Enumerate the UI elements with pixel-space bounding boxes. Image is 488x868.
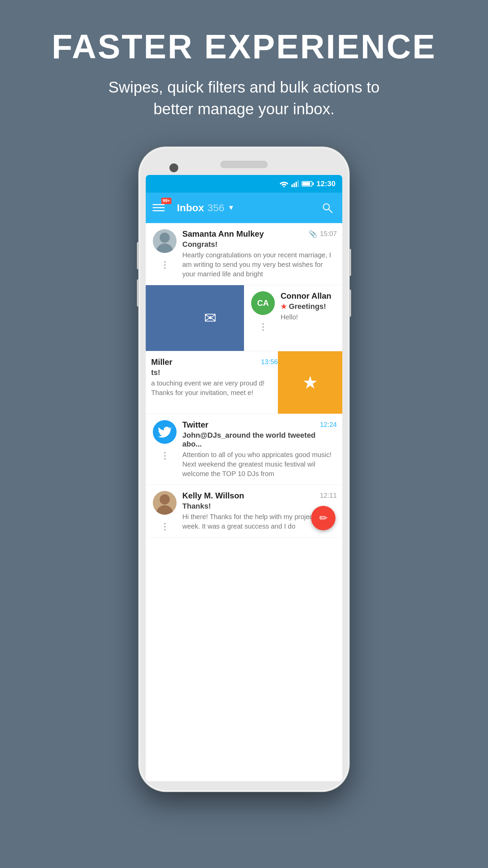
- email-subject-1: Congrats!: [182, 240, 337, 249]
- status-icons: 12:30: [279, 179, 336, 188]
- email-2-dots[interactable]: [262, 323, 264, 331]
- email-time-5: 12:11: [320, 492, 337, 499]
- inbox-count: 356: [207, 202, 224, 214]
- sender-name-3: Miller: [151, 357, 172, 367]
- volume-button[interactable]: [349, 290, 351, 317]
- email-time-4: 12:24: [320, 421, 337, 429]
- email-item-5[interactable]: Kelly M. Willson 12:11 Thanks! Hi there!…: [146, 485, 342, 537]
- battery-fill: [303, 182, 310, 185]
- swipe-right-bg: ★: [278, 351, 342, 414]
- speaker-grille: [220, 161, 268, 168]
- page-header: FASTER EXPERIENCE Swipes, quick filters …: [18, 0, 470, 134]
- email-content-3: Miller 13:56 ts! a touching event we are…: [146, 357, 278, 397]
- app-toolbar: 99+ Inbox 356 ▼: [146, 193, 342, 223]
- email-time-3: 13:56: [261, 358, 278, 366]
- phone-shell: 12:30 99+ Inbox 356 ▼: [139, 147, 349, 791]
- dropdown-arrow-icon: ▼: [228, 204, 235, 212]
- avatar-area-2: CA: [249, 291, 277, 331]
- email-item-3-container[interactable]: Miller 13:56 ts! a touching event we are…: [146, 351, 342, 414]
- email-preview-1: Heartly congratulations on your recent m…: [182, 250, 337, 279]
- email-1-dots[interactable]: [164, 261, 166, 269]
- status-time: 12:30: [317, 179, 336, 188]
- fab-pencil-icon: ✏: [319, 512, 328, 524]
- wifi-icon: [279, 180, 289, 187]
- avatar-samanta: [153, 229, 177, 253]
- email-preview-2: Hello!: [281, 312, 337, 322]
- email-subject-4: John@DJs_around the world tweeted abo...: [182, 431, 337, 449]
- svg-rect-4: [298, 180, 299, 187]
- star-swipe-icon: ★: [302, 372, 318, 393]
- svg-point-0: [283, 186, 285, 187]
- email-content-4: Twitter 12:24 John@DJs_around the world …: [178, 420, 337, 478]
- page-title: FASTER EXPERIENCE: [52, 27, 436, 66]
- avatar-ca: CA: [251, 291, 275, 315]
- battery-icon: [302, 181, 312, 186]
- fab-compose-button[interactable]: ✏: [311, 506, 336, 530]
- email-item-2-container[interactable]: ✉ CA Connor Allan: [146, 285, 342, 351]
- email-item-4[interactable]: Twitter 12:24 John@DJs_around the world …: [146, 414, 342, 485]
- search-button[interactable]: [319, 200, 336, 216]
- email-time-1: 15:07: [320, 230, 337, 238]
- inbox-label: Inbox: [177, 202, 204, 214]
- status-bar: 12:30: [146, 175, 342, 193]
- phone-wrapper: 12:30 99+ Inbox 356 ▼: [139, 147, 349, 791]
- toolbar-title-area[interactable]: Inbox 356 ▼: [177, 202, 312, 214]
- email-4-dots[interactable]: [164, 452, 166, 460]
- sender-name-2: Connor Allan: [281, 291, 331, 301]
- sender-name-4: Twitter: [182, 420, 208, 430]
- avatar-area-4: [151, 420, 178, 460]
- hamburger-line-3: [152, 210, 165, 211]
- phone-top-bar: [142, 157, 346, 175]
- svg-line-6: [329, 209, 332, 213]
- volume-up-button[interactable]: [137, 242, 139, 269]
- email-item-1[interactable]: Samanta Ann Mulkey 📎 15:07 Congrats! Hea…: [146, 223, 342, 285]
- badge-99: 99+: [161, 198, 171, 204]
- email-content-1: Samanta Ann Mulkey 📎 15:07 Congrats! Hea…: [178, 229, 337, 279]
- hamburger-line-2: [152, 207, 165, 208]
- email-card-3: Miller 13:56 ts! a touching event we are…: [146, 351, 278, 414]
- hamburger-line-1: [152, 204, 165, 205]
- phone-screen: 12:30 99+ Inbox 356 ▼: [146, 175, 342, 781]
- page-subtitle: Swipes, quick filters and bulk actions t…: [92, 76, 396, 120]
- avatar-twitter: [153, 420, 177, 444]
- starred-icon: ★: [281, 303, 287, 310]
- search-icon: [322, 202, 333, 213]
- svg-rect-2: [293, 183, 295, 187]
- svg-rect-3: [296, 182, 297, 187]
- avatar-area-1: [151, 229, 178, 269]
- menu-button[interactable]: 99+: [152, 199, 170, 217]
- volume-down-button[interactable]: [137, 279, 139, 307]
- email-preview-4: Attention to all of you who appricates g…: [182, 450, 337, 478]
- front-camera: [169, 163, 178, 172]
- email-preview-3: a touching event we are very proud d! Th…: [151, 378, 278, 397]
- envelope-swipe-icon: ✉: [204, 309, 217, 327]
- paperclip-icon-1: 📎: [309, 230, 317, 238]
- email-content-2: Connor Allan ★ Greetings! Hello!: [277, 291, 337, 322]
- signal-icon: [291, 180, 299, 187]
- email-subject-3: ts!: [151, 368, 278, 377]
- email-5-dots[interactable]: [164, 523, 166, 531]
- power-button[interactable]: [349, 249, 351, 276]
- avatar-area-5: [151, 491, 178, 531]
- email-subject-2: ★ Greetings!: [281, 302, 337, 311]
- email-subject-5: Thanks!: [182, 502, 337, 511]
- sender-name-5: Kelly M. Willson: [182, 491, 244, 500]
- sender-name-1: Samanta Ann Mulkey: [182, 229, 264, 239]
- svg-rect-1: [291, 184, 293, 187]
- avatar-kelly: [153, 491, 177, 515]
- email-list: Samanta Ann Mulkey 📎 15:07 Congrats! Hea…: [146, 223, 342, 537]
- email-card-2: CA Connor Allan ★ Greetings!: [244, 285, 342, 351]
